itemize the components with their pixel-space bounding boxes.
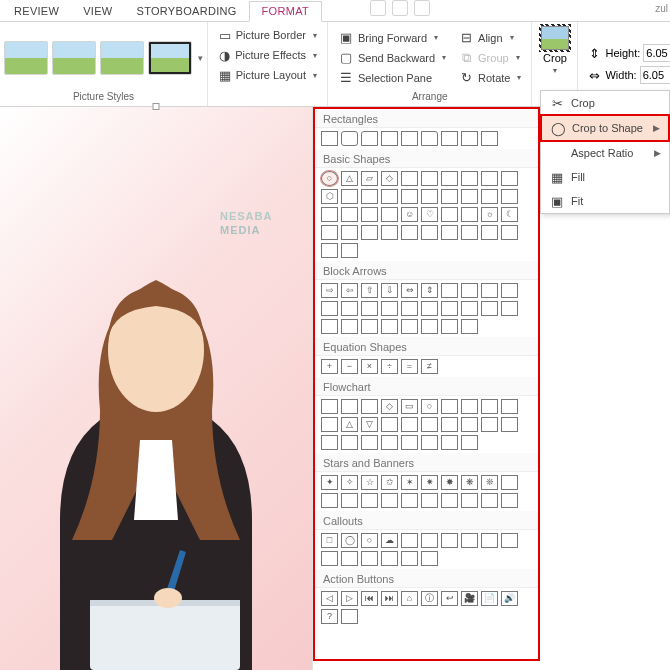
width-input[interactable] xyxy=(640,66,670,84)
menu-crop[interactable]: ✂Crop xyxy=(541,91,669,115)
shape-item[interactable]: ○ xyxy=(421,399,438,414)
shape-item[interactable]: ◯ xyxy=(341,533,358,548)
shape-item[interactable]: ⇦ xyxy=(341,283,358,298)
shape-item[interactable] xyxy=(321,435,338,450)
shape-item[interactable]: ▷ xyxy=(341,591,358,606)
shape-item[interactable]: ? xyxy=(321,609,338,624)
tab-view[interactable]: VIEW xyxy=(71,2,124,21)
shape-item[interactable] xyxy=(401,319,418,334)
shape-item[interactable] xyxy=(401,301,418,316)
shape-item[interactable]: ↩ xyxy=(441,591,458,606)
shape-item[interactable]: ◇ xyxy=(381,399,398,414)
shape-item[interactable] xyxy=(321,207,338,222)
shape-item[interactable]: 📄 xyxy=(481,591,498,606)
shape-item[interactable] xyxy=(441,189,458,204)
shape-item[interactable]: △ xyxy=(341,171,358,186)
shape-item[interactable] xyxy=(461,207,478,222)
picture-effects-button[interactable]: ◑Picture Effects xyxy=(214,46,321,64)
shape-item[interactable]: ☆ xyxy=(361,475,378,490)
shape-item[interactable]: + xyxy=(321,359,338,374)
shape-item[interactable]: ✧ xyxy=(341,475,358,490)
shape-item[interactable]: ☼ xyxy=(481,207,498,222)
shape-item[interactable] xyxy=(381,131,398,146)
shape-item[interactable]: ◇ xyxy=(381,171,398,186)
shape-item[interactable]: ⇩ xyxy=(381,283,398,298)
shape-item[interactable]: ✸ xyxy=(441,475,458,490)
shape-item[interactable] xyxy=(461,435,478,450)
slide[interactable] xyxy=(0,107,313,670)
shape-item[interactable]: ✷ xyxy=(421,475,438,490)
shape-item[interactable] xyxy=(381,417,398,432)
shape-item[interactable]: ≠ xyxy=(421,359,438,374)
shape-item[interactable] xyxy=(361,131,378,146)
shape-item[interactable] xyxy=(461,225,478,240)
shape-item[interactable] xyxy=(481,493,498,508)
rotate-button[interactable]: ↻Rotate xyxy=(454,69,525,87)
shape-item[interactable]: ⬡ xyxy=(321,189,338,204)
shape-item[interactable]: ⓘ xyxy=(421,591,438,606)
shape-item[interactable] xyxy=(481,533,498,548)
shape-item[interactable] xyxy=(461,417,478,432)
shape-item[interactable] xyxy=(401,435,418,450)
shape-item[interactable] xyxy=(501,417,518,432)
shape-item[interactable] xyxy=(501,399,518,414)
shape-item[interactable]: ✩ xyxy=(381,475,398,490)
shape-item[interactable] xyxy=(401,551,418,566)
shape-item[interactable] xyxy=(441,301,458,316)
shape-item[interactable] xyxy=(441,131,458,146)
menu-fill[interactable]: ▦Fill xyxy=(541,165,669,189)
shape-item[interactable]: ▱ xyxy=(361,171,378,186)
shape-item[interactable] xyxy=(421,301,438,316)
shape-item[interactable]: 🎥 xyxy=(461,591,478,606)
shape-item[interactable]: ⇨ xyxy=(321,283,338,298)
shape-item[interactable] xyxy=(501,189,518,204)
shape-item[interactable]: ❊ xyxy=(481,475,498,490)
shape-item[interactable] xyxy=(341,189,358,204)
shape-item[interactable]: ⏭ xyxy=(381,591,398,606)
shape-item[interactable] xyxy=(501,493,518,508)
shape-item[interactable]: ☁ xyxy=(381,533,398,548)
shape-item[interactable] xyxy=(481,171,498,186)
picture-style-3[interactable] xyxy=(100,41,144,75)
shape-item[interactable]: ○ xyxy=(321,171,338,186)
shape-item[interactable] xyxy=(321,319,338,334)
shape-item[interactable] xyxy=(381,225,398,240)
shape-item[interactable] xyxy=(441,225,458,240)
shape-item[interactable] xyxy=(401,493,418,508)
shape-item[interactable] xyxy=(441,207,458,222)
shape-item[interactable] xyxy=(421,533,438,548)
shape-item[interactable] xyxy=(341,225,358,240)
shape-item[interactable] xyxy=(381,319,398,334)
shape-item[interactable] xyxy=(481,283,498,298)
shape-item[interactable]: = xyxy=(401,359,418,374)
shape-item[interactable]: ▽ xyxy=(361,417,378,432)
shape-item[interactable]: ☺ xyxy=(401,207,418,222)
shape-item[interactable] xyxy=(341,493,358,508)
tab-storyboarding[interactable]: STORYBOARDING xyxy=(125,2,249,21)
shape-item[interactable] xyxy=(461,283,478,298)
shape-item[interactable] xyxy=(461,189,478,204)
shape-item[interactable]: ☾ xyxy=(501,207,518,222)
shape-item[interactable] xyxy=(321,551,338,566)
shape-item[interactable]: ▭ xyxy=(401,399,418,414)
shape-item[interactable] xyxy=(501,171,518,186)
bring-forward-button[interactable]: ▣Bring Forward xyxy=(334,29,450,47)
shape-item[interactable]: − xyxy=(341,359,358,374)
shape-item[interactable] xyxy=(501,283,518,298)
shape-item[interactable] xyxy=(461,493,478,508)
shape-item[interactable] xyxy=(421,189,438,204)
shape-item[interactable] xyxy=(481,131,498,146)
shape-item[interactable] xyxy=(321,243,338,258)
shape-item[interactable] xyxy=(501,533,518,548)
menu-aspect-ratio[interactable]: Aspect Ratio▶ xyxy=(541,141,669,165)
shape-item[interactable] xyxy=(381,189,398,204)
shape-item[interactable] xyxy=(361,493,378,508)
shape-item[interactable] xyxy=(381,207,398,222)
shape-item[interactable] xyxy=(461,399,478,414)
send-backward-button[interactable]: ▢Send Backward xyxy=(334,49,450,67)
shape-item[interactable] xyxy=(441,435,458,450)
shape-item[interactable] xyxy=(341,207,358,222)
shape-item[interactable] xyxy=(361,207,378,222)
shape-item[interactable] xyxy=(341,319,358,334)
shape-item[interactable] xyxy=(341,435,358,450)
